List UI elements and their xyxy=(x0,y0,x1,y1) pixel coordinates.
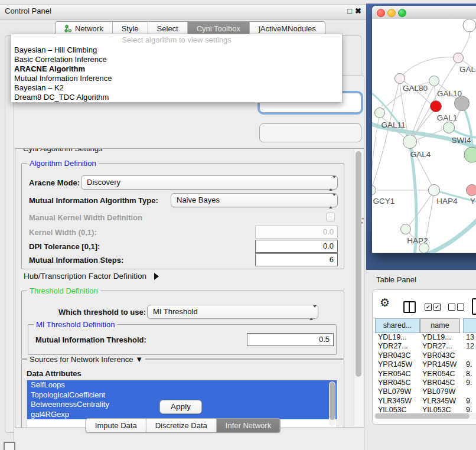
hub-definition-toggle[interactable]: Hub/Transcription Factor Definition xyxy=(24,270,159,281)
node-label: GAL xyxy=(459,65,476,74)
menu-item[interactable]: Dream8 DC_TDC Algorithm xyxy=(11,93,342,102)
dpi-tolerance-input[interactable]: 0.0 xyxy=(255,240,338,253)
table-row[interactable]: YIL053C YIL053C 9. xyxy=(373,406,476,412)
select-all-checkbox-icon[interactable]: ✓ xyxy=(433,304,441,311)
node[interactable] xyxy=(463,19,476,32)
panel-splitter-handle[interactable]: ◂▸ xyxy=(361,216,365,224)
node-gal80[interactable] xyxy=(395,74,405,84)
node-salmon[interactable] xyxy=(467,185,476,196)
node-gal11[interactable] xyxy=(375,108,385,118)
tab-infer-network[interactable]: Infer Network xyxy=(217,419,280,432)
menu-item[interactable]: Mutual Information Inference xyxy=(11,74,342,83)
node-label: GAL4 xyxy=(410,150,431,159)
gear-icon[interactable]: ⚙ xyxy=(380,296,390,309)
column-header-shared[interactable]: shared... xyxy=(375,318,420,333)
menu-item-selected[interactable]: ARACNE Algorithm xyxy=(11,64,342,74)
node-label: Y xyxy=(470,197,475,206)
control-panel: Control Panel □ ✖ Network Style Select xyxy=(0,0,366,450)
tab-network-label: Network xyxy=(75,24,103,33)
network-icon xyxy=(64,25,72,32)
node-gal4[interactable] xyxy=(403,135,417,149)
network-window-titlebar[interactable] xyxy=(372,6,476,19)
which-threshold-select[interactable]: MI Threshold xyxy=(147,305,318,319)
mi-type-label: Mutual Information Algorithm Type: xyxy=(29,196,158,205)
deselect-checkbox-icon[interactable] xyxy=(448,304,455,311)
bottom-tab-bar: Impute Data Discretize Data Infer Networ… xyxy=(86,418,281,433)
aracne-mode-label: Aracne Mode: xyxy=(29,178,80,187)
node-hap2[interactable] xyxy=(401,224,411,234)
node-label: HAP2 xyxy=(407,236,428,245)
mi-threshold-label: Mutual Information Threshold: xyxy=(35,335,146,344)
table-row[interactable]: YLR345W YLR345W 9. xyxy=(373,397,476,406)
node-swi4[interactable] xyxy=(444,122,455,133)
menu-item[interactable]: Bayesian – Hill Climbing xyxy=(11,45,342,55)
column-header-partial[interactable] xyxy=(463,318,476,333)
kernel-width-label: Kernel Width (0,1): xyxy=(29,228,97,237)
node[interactable] xyxy=(454,53,464,63)
sources-group-title[interactable]: Sources for Network Inference ▼ xyxy=(27,355,145,364)
aracne-mode-select[interactable]: Discovery xyxy=(81,175,338,190)
which-threshold-value: MI Threshold xyxy=(153,307,198,316)
stepper-arrows-icon xyxy=(329,196,333,204)
close-icon[interactable]: ✖ xyxy=(355,6,361,15)
table-row[interactable]: YDR27... YDR27... 12 xyxy=(373,342,476,351)
manual-kernel-label: Manual Kernel Width Definition xyxy=(29,213,142,222)
aracne-mode-value: Discovery xyxy=(87,178,120,187)
list-scrollbar-thumb[interactable] xyxy=(330,382,335,420)
kernel-width-input[interactable]: 0.0 xyxy=(255,226,338,239)
apply-button[interactable]: Apply xyxy=(159,400,202,414)
collapsed-arrow-icon xyxy=(154,273,159,280)
node-gal1-selected[interactable] xyxy=(431,101,442,112)
list-item[interactable]: TopologicalCoefficient xyxy=(27,390,337,400)
network-canvas[interactable]: GAL GAL80 GAL10 GAL1 GAL11 SWI4 GAL4 GCY… xyxy=(372,19,476,253)
menu-item[interactable]: Basic Correlation Inference xyxy=(11,55,342,64)
zoom-traffic-light-icon[interactable] xyxy=(398,9,406,17)
table-row[interactable]: YER054C YER054C 8. xyxy=(373,370,476,379)
node-green[interactable] xyxy=(464,147,476,162)
column-header-name[interactable]: name xyxy=(420,318,460,333)
table-row[interactable]: YBR043C YBR043C xyxy=(373,351,476,360)
select-all-checkbox-icon[interactable]: ✓ xyxy=(425,304,432,311)
node-gcy1[interactable] xyxy=(372,185,376,195)
tab-impute-data[interactable]: Impute Data xyxy=(86,419,146,432)
table-row[interactable]: YBL079W YBL079W xyxy=(373,387,476,396)
tab-discretize-data[interactable]: Discretize Data xyxy=(146,419,217,432)
settings-scrollbar-thumb[interactable] xyxy=(356,151,361,377)
mi-steps-input[interactable]: 6 xyxy=(255,253,338,266)
table-scrollbar-thumb[interactable] xyxy=(375,413,470,419)
table-card: ⚙ ✓ ✓ shared... name YDL19... YDL19... 1… xyxy=(372,289,476,425)
deselect-checkbox-icon[interactable] xyxy=(457,304,464,311)
table-panel-area: Table Panel ⚙ ✓ ✓ shared... name YDL19..… xyxy=(366,270,476,450)
minimize-traffic-light-icon[interactable] xyxy=(387,9,396,17)
node-gray[interactable] xyxy=(455,96,470,111)
secondary-combo-edge[interactable] xyxy=(259,123,361,142)
mi-type-select[interactable]: Naive Bayes xyxy=(171,193,338,207)
node-label: GAL1 xyxy=(437,113,458,122)
table-panel-title: Table Panel xyxy=(376,275,416,284)
dpi-tolerance-label: DPI Tolerance [0,1]: xyxy=(29,242,100,251)
node-hap4[interactable] xyxy=(429,185,440,196)
table-row[interactable]: YDL19... YDL19... 13 xyxy=(373,333,476,342)
algorithm-definition-group: Algorithm Definition Aracne Mode: Discov… xyxy=(21,163,344,269)
table-row[interactable]: YPR145W YPR145W 9. xyxy=(373,360,476,369)
node-gal10[interactable] xyxy=(429,76,439,86)
mi-threshold-group-title: MI Threshold Definition xyxy=(34,320,117,329)
stepper-arrows-icon xyxy=(329,178,333,187)
columns-icon[interactable] xyxy=(403,301,416,313)
list-item[interactable]: SelfLoops xyxy=(27,380,337,390)
table-horizontal-scrollbar[interactable] xyxy=(374,413,476,419)
mi-steps-label: Mutual Information Steps: xyxy=(29,256,123,265)
restore-panel-icon[interactable] xyxy=(4,442,15,450)
float-icon[interactable]: □ xyxy=(347,6,352,15)
dropdown-placeholder: Select algorithm to view settings xyxy=(11,34,342,45)
manual-kernel-checkbox[interactable] xyxy=(326,213,335,221)
table-row[interactable]: YBR045C YBR045C 9. xyxy=(373,379,476,387)
threshold-definition-title: Threshold Definition xyxy=(27,286,100,295)
settings-scrollbar[interactable] xyxy=(354,149,363,426)
mi-threshold-input[interactable]: 0.5 xyxy=(247,333,334,346)
menu-item[interactable]: Bayesian – K2 xyxy=(11,83,342,93)
document-icon[interactable] xyxy=(472,298,476,315)
close-traffic-light-icon[interactable] xyxy=(377,9,385,17)
list-scrollbar[interactable] xyxy=(329,381,335,426)
network-window[interactable]: GAL GAL80 GAL10 GAL1 GAL11 SWI4 GAL4 GCY… xyxy=(372,6,476,253)
